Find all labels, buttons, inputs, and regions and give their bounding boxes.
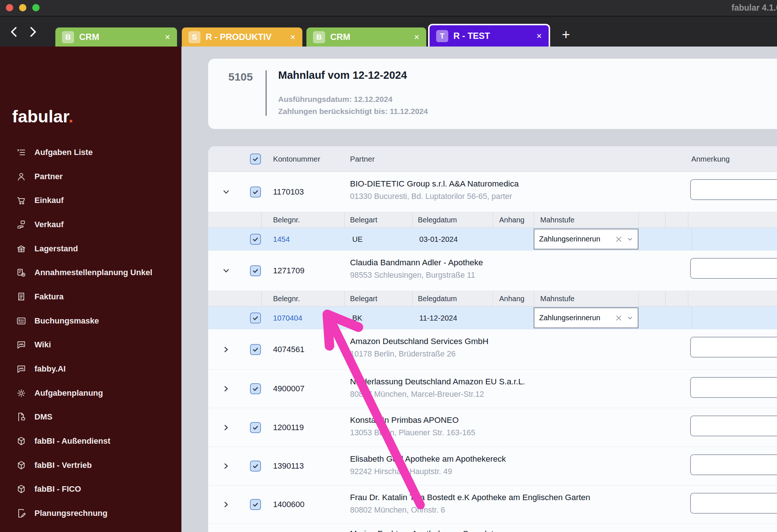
anmerkung-input[interactable] — [690, 415, 777, 436]
sub-column-header: Belegdatum — [418, 295, 457, 303]
anmerkung-input[interactable] — [690, 179, 777, 200]
belegnr-link[interactable]: 1070404 — [273, 314, 302, 322]
tab-close-icon[interactable]: ✕ — [165, 33, 170, 41]
row-checkbox[interactable] — [250, 461, 261, 472]
sidebar-item-aufgaben-liste[interactable]: Aufgaben Liste — [0, 140, 181, 165]
partner-row: 1400600Frau Dr. Katalin Tisa Bostedt e.K… — [208, 485, 777, 524]
sidebar-item-label: Annahmestellenplanung Unkel — [34, 268, 152, 277]
kontonummer-value: 1390113 — [273, 461, 304, 471]
row-checkbox[interactable] — [250, 344, 261, 355]
doc-checkbox[interactable] — [250, 234, 261, 245]
nav-back-icon[interactable] — [8, 25, 21, 39]
maximize-window-icon[interactable] — [32, 4, 40, 11]
row-checkbox[interactable] — [250, 499, 261, 510]
sidebar-item-label: Aufgabenplanung — [34, 388, 103, 398]
sidebar-item-fabby-ai[interactable]: fabby.AI — [0, 357, 181, 381]
mahnstufe-select[interactable]: Zahlungserinnerun — [534, 229, 638, 250]
sidebar-item-buchungsjournal[interactable]: Buchungsjournal — [0, 525, 181, 532]
chevron-right-icon[interactable] — [221, 461, 231, 471]
kontonummer-value: 4900007 — [273, 384, 305, 394]
chevron-right-icon[interactable] — [221, 345, 231, 354]
kontonummer-value: 4074561 — [273, 345, 305, 354]
task-list-icon — [16, 147, 26, 158]
row-checkbox[interactable] — [250, 383, 261, 394]
anmerkung-input[interactable] — [690, 337, 777, 358]
sidebar-item-label: Aufgaben Liste — [34, 148, 93, 157]
partner-row: Marion Fechtner Apotheke am Saarplatz — [208, 524, 777, 532]
sub-column-header: Belegdatum — [418, 216, 457, 224]
sidebar-item-fabbi-fico[interactable]: fabBI - FICO — [0, 477, 181, 502]
column-header-kontonummer: Kontonummer — [273, 155, 320, 163]
mahnstufe-select[interactable]: Zahlungserinnerun — [534, 307, 638, 328]
anmerkung-input[interactable] — [690, 493, 777, 514]
clear-icon[interactable] — [615, 314, 623, 322]
sidebar-item-faktura[interactable]: Faktura — [0, 285, 181, 309]
anmerkung-input[interactable] — [690, 258, 777, 279]
cube-icon — [16, 484, 26, 494]
sidebar-item-label: fabBI - Vertrieb — [34, 461, 92, 470]
anmerkung-input[interactable] — [690, 454, 777, 475]
partner-table: Kontonummer Partner Anmerkung 1170103BIO… — [208, 146, 777, 532]
close-window-icon[interactable] — [6, 4, 13, 11]
sidebar-item-buchungsmaske[interactable]: Buchungsmaske — [0, 309, 181, 333]
sidebar-item-wiki[interactable]: Wiki — [0, 333, 181, 357]
sidebar-item-einkauf[interactable]: Einkauf — [0, 188, 181, 213]
tab-close-icon[interactable]: ✕ — [290, 33, 296, 41]
tab-label: R - PRODUKTIV — [206, 32, 285, 42]
clear-icon[interactable] — [615, 235, 623, 243]
chevron-right-icon[interactable] — [221, 423, 231, 432]
sidebar-item-lagerstand[interactable]: Lagerstand — [0, 237, 181, 261]
column-divider — [534, 212, 534, 228]
row-checkbox[interactable] — [250, 422, 261, 433]
column-header-anmerkung: Anmerkung — [691, 155, 730, 163]
minimize-window-icon[interactable] — [19, 4, 26, 11]
hand-box-icon — [16, 219, 26, 230]
partner-name: Konstantin Primbas APONEO — [350, 415, 459, 425]
sidebar-item-verkauf[interactable]: Verkauf — [0, 213, 181, 237]
anmerkung-input[interactable] — [690, 377, 777, 398]
belegnr-link[interactable]: 1454 — [273, 235, 290, 244]
sidebar-item-annahmestellenplanung-unkel[interactable]: Annahmestellenplanung Unkel — [0, 261, 181, 285]
sidebar-item-fabbi-vertrieb[interactable]: fabBI - Vertrieb — [0, 453, 181, 477]
sidebar-item-dms[interactable]: DMS — [0, 405, 181, 429]
tab-label: R - TEST — [453, 31, 531, 41]
chevron-down-icon[interactable] — [221, 266, 231, 276]
chevron-down-icon[interactable] — [221, 187, 231, 197]
sidebar-item-fabbi-außendienst[interactable]: fabBI - Außendienst — [0, 429, 181, 453]
sidebar-item-partner[interactable]: Partner — [0, 165, 181, 189]
chevron-right-icon[interactable] — [221, 384, 231, 394]
tab-badge: B — [62, 31, 74, 43]
tab-close-icon[interactable]: ✕ — [414, 33, 420, 41]
row-checkbox[interactable] — [250, 186, 261, 197]
doc-checkbox[interactable] — [250, 313, 261, 324]
chevron-down-icon[interactable] — [626, 314, 634, 322]
table-header-row: Kontonummer Partner Anmerkung — [208, 146, 777, 172]
tab-r-test[interactable]: TR - TEST✕ — [428, 24, 550, 47]
chevron-down-icon[interactable] — [626, 235, 634, 243]
partner-row: 1200119Konstantin Primbas APONEO13053 Be… — [208, 408, 777, 447]
sidebar-item-label: Einkauf — [34, 196, 63, 205]
logo-dot: . — [69, 107, 73, 126]
sidebar-item-label: fabBI - FICO — [34, 484, 81, 494]
tab-close-icon[interactable]: ✕ — [536, 32, 542, 40]
sidebar-item-aufgabenplanung[interactable]: Aufgabenplanung — [0, 381, 181, 405]
tab-badge: S — [188, 31, 200, 43]
sub-column-header: Mahnstufe — [540, 295, 574, 303]
partner-name: Frau Dr. Katalin Tisa Bostedt e.K Apothe… — [350, 493, 590, 502]
new-tab-button[interactable]: + — [562, 27, 570, 41]
tab-r-produktiv[interactable]: SR - PRODUKTIV✕ — [182, 27, 302, 47]
nav-forward-icon[interactable] — [26, 25, 39, 39]
column-divider — [493, 291, 493, 306]
tab-crm[interactable]: BCRM✕ — [306, 27, 426, 47]
sidebar-item-planungsrechnung[interactable]: Planungsrechnung — [0, 501, 181, 525]
select-all-checkbox[interactable] — [250, 154, 261, 165]
partner-name: Claudia Bandmann Adler - Apotheke — [350, 258, 483, 267]
mahnstufe-value: Zahlungserinnerun — [539, 314, 611, 322]
chevron-right-icon[interactable] — [221, 500, 231, 509]
row-checkbox[interactable] — [250, 265, 261, 276]
sidebar-item-label: Partner — [34, 172, 63, 181]
tab-crm[interactable]: BCRM✕ — [55, 27, 177, 47]
mahnstufe-value: Zahlungserinnerun — [539, 235, 611, 243]
column-divider — [261, 291, 262, 306]
column-divider — [345, 212, 345, 228]
